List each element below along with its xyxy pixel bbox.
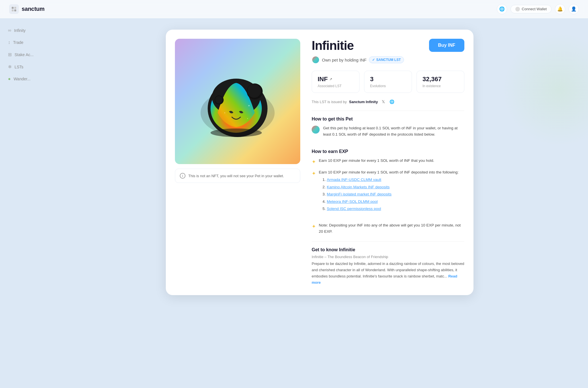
note-item: ✦ Note: Depositing your INF into any of … — [312, 222, 464, 234]
list-item: Meteora INF-SOL DLMM pool — [327, 199, 459, 205]
exp-item2-container: Earn 10 EXP per minute for every 1 SOL w… — [319, 169, 459, 213]
know-subtitle: Infinitie – The Boundless Beacon of Frie… — [312, 255, 464, 259]
header: sanctum 🌐 Connect Wallet 🔔 👤 — [0, 0, 588, 18]
wallet-button[interactable]: Connect Wallet — [511, 5, 552, 13]
exp-item-2: ✦ Earn 10 EXP per minute for every 1 SOL… — [312, 169, 464, 213]
stat-lst-value: INF ↗ — [318, 75, 354, 83]
exp-item2-prefix: Earn 10 EXP per minute for every 1 SOL w… — [319, 170, 459, 174]
inf-icon — [312, 126, 320, 134]
modal-left: i This is not an NFT, you will not see y… — [175, 39, 300, 286]
sidebar-item-label: Trade — [13, 40, 23, 45]
logo: sanctum — [9, 4, 44, 14]
how-to-get-section: Get this pet by holding at least 0.1 SOL… — [312, 125, 464, 143]
divider — [312, 241, 464, 242]
star-icon-1: ✦ — [312, 158, 316, 166]
bell-button[interactable]: 🔔 — [555, 4, 565, 14]
note-text: Note: Depositing your INF into any of th… — [319, 222, 464, 234]
sidebar-item-wander[interactable]: ● Wander... — [5, 73, 47, 84]
svg-rect-0 — [12, 7, 14, 9]
exp-link-2[interactable]: Kamino Altcoin Markets INF deposits — [327, 185, 390, 189]
stat-existence: 32,367 In existence — [416, 71, 464, 93]
wander-icon: ● — [8, 76, 11, 81]
stat-evolutions-value: 3 — [370, 75, 406, 83]
exp-link-5[interactable]: Solend ISC permissionless pool — [327, 207, 381, 211]
lst-icon — [312, 56, 320, 64]
globe-icon[interactable]: 🌐 — [389, 99, 395, 105]
sidebar-item-label: Infinity — [14, 28, 25, 33]
how-to-earn-title: How to earn EXP — [312, 149, 464, 154]
stat-lst: INF ↗ Associated LST — [312, 71, 360, 93]
modal-right: Infinitie Buy INF Own pet by holding INF… — [312, 39, 464, 286]
sidebar-item-infinity[interactable]: ∞ Infinity — [5, 25, 47, 36]
user-button[interactable]: 👤 — [569, 4, 579, 14]
main-layout: ∞ Infinity ↕ Trade ⊞ Stake Ac... ❄ LSTs … — [0, 18, 588, 388]
issuer-prefix: This LST is issued by — [312, 100, 347, 104]
know-body: Prepare to be dazzled by Infinitie, ador… — [312, 261, 464, 286]
svg-point-9 — [247, 84, 261, 98]
nft-notice: i This is not an NFT, you will not see y… — [175, 169, 300, 183]
lsts-icon: ❄ — [8, 64, 12, 70]
twitter-icon[interactable]: 𝕏 — [380, 99, 386, 105]
svg-point-14 — [247, 118, 248, 119]
pet-illustration — [192, 56, 283, 147]
sidebar-item-stake[interactable]: ⊞ Stake Ac... — [5, 49, 47, 60]
bg-decoration — [503, 18, 588, 388]
logo-text: sanctum — [22, 6, 44, 12]
sanctum-badge: ✓ SANCTUM LST — [369, 56, 404, 63]
svg-rect-3 — [14, 9, 16, 11]
svg-point-11 — [215, 96, 222, 103]
sidebar: ∞ Infinity ↕ Trade ⊞ Stake Ac... ❄ LSTs … — [0, 18, 51, 388]
external-link-icon[interactable]: ↗ — [329, 77, 332, 81]
exp-link-4[interactable]: Meteora INF-SOL DLMM pool — [327, 199, 378, 204]
exp-item1-text: Earn 10 EXP per minute for every 1 SOL w… — [319, 158, 434, 164]
stats-row: INF ↗ Associated LST 3 Evolutions 32,367… — [312, 71, 464, 93]
buy-inf-button[interactable]: Buy INF — [429, 39, 464, 52]
how-to-get-body: Get this pet by holding at least 0.1 SOL… — [323, 125, 464, 137]
subtitle-row: Own pet by holding INF ✓ SANCTUM LST — [312, 56, 464, 64]
star-icon-2: ✦ — [312, 170, 316, 178]
issuer-row: This LST is issued by Sanctum Infinity 𝕏… — [312, 99, 464, 111]
sidebar-item-label: Wander... — [14, 77, 30, 81]
svg-point-13 — [224, 113, 225, 113]
pet-title: Infinitie — [312, 39, 354, 52]
logo-icon — [9, 4, 19, 14]
stat-evolutions-label: Evolutions — [370, 84, 406, 88]
exp-item-1: ✦ Earn 10 EXP per minute for every 1 SOL… — [312, 158, 464, 166]
sidebar-item-label: Stake Ac... — [15, 52, 34, 57]
nft-notice-text: This is not an NFT, you will not see you… — [188, 174, 284, 178]
star-icon-note: ✦ — [312, 222, 316, 231]
list-item: MarginFi isolated market INF deposits — [327, 191, 459, 197]
stat-evolutions: 3 Evolutions — [364, 71, 412, 93]
modal-header: Infinitie Buy INF — [312, 39, 464, 52]
stat-lst-label: Associated LST — [318, 84, 354, 88]
content-area: i This is not an NFT, you will not see y… — [51, 18, 588, 388]
list-item: Kamino Altcoin Markets INF deposits — [327, 184, 459, 190]
badge-label: SANCTUM LST — [376, 58, 401, 62]
svg-point-15 — [211, 128, 262, 137]
list-item: Solend ISC permissionless pool — [327, 206, 459, 212]
stat-existence-value: 32,367 — [422, 75, 458, 83]
stat-existence-label: In existence — [422, 84, 458, 88]
pet-image — [175, 39, 300, 164]
trade-icon: ↕ — [8, 40, 10, 45]
exp-link-1[interactable]: Armada INF-USDC CLMM vault — [327, 177, 381, 182]
list-item: Armada INF-USDC CLMM vault — [327, 177, 459, 183]
sidebar-item-lsts[interactable]: ❄ LSTs — [5, 61, 47, 72]
svg-rect-1 — [14, 7, 16, 9]
know-body-text: Prepare to be dazzled by Infinitie, ador… — [312, 262, 464, 278]
exp-section: How to earn EXP ✦ Earn 10 EXP per minute… — [312, 149, 464, 217]
know-section-title: Get to know Infinitie — [312, 247, 464, 252]
sidebar-item-trade[interactable]: ↕ Trade — [5, 37, 47, 48]
infinity-icon: ∞ — [8, 28, 11, 33]
svg-rect-2 — [12, 9, 14, 11]
modal-card: i This is not an NFT, you will not see y… — [166, 30, 473, 295]
exp-link-3[interactable]: MarginFi isolated market INF deposits — [327, 192, 391, 196]
sidebar-item-label: LSTs — [15, 65, 23, 69]
stake-icon: ⊞ — [8, 52, 12, 57]
check-icon: ✓ — [372, 58, 375, 62]
how-to-get-title: How to get this Pet — [312, 117, 464, 122]
globe-button[interactable]: 🌐 — [497, 4, 507, 14]
header-right: 🌐 Connect Wallet 🔔 👤 — [497, 4, 579, 14]
issuer-name: Sanctum Infinity — [349, 100, 378, 104]
info-icon: i — [180, 173, 185, 179]
